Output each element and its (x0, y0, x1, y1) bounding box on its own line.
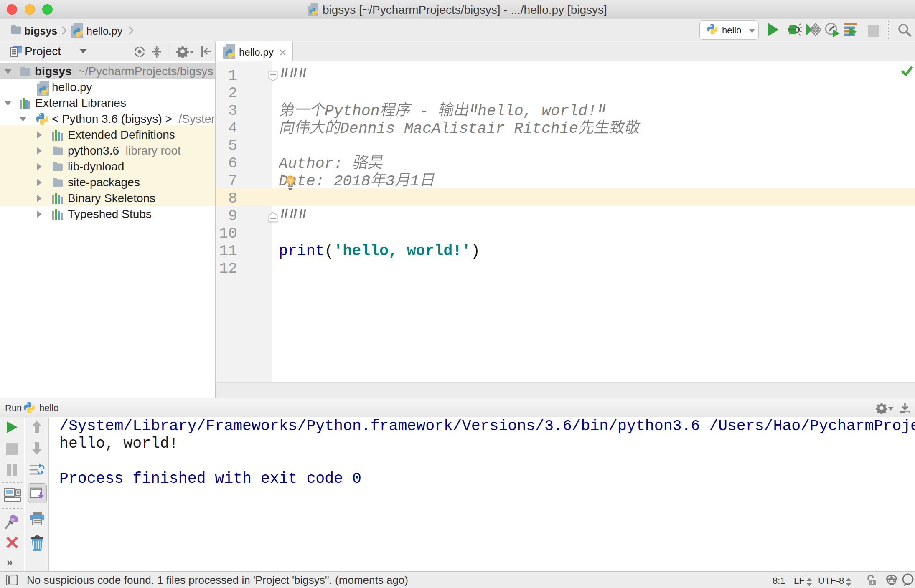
svg-text:Dennis MacAlistair Ritchie: Dennis MacAlistair Ritchie (340, 120, 578, 136)
svg-text:hello, world!: hello, world! (478, 103, 597, 119)
svg-text:Author:: Author: (279, 155, 352, 171)
svg-text:1: 1 (410, 173, 419, 189)
svg-text:Python: Python (325, 103, 380, 119)
svg-text:3: 3 (386, 173, 395, 189)
svg-text:-: - (410, 103, 438, 119)
